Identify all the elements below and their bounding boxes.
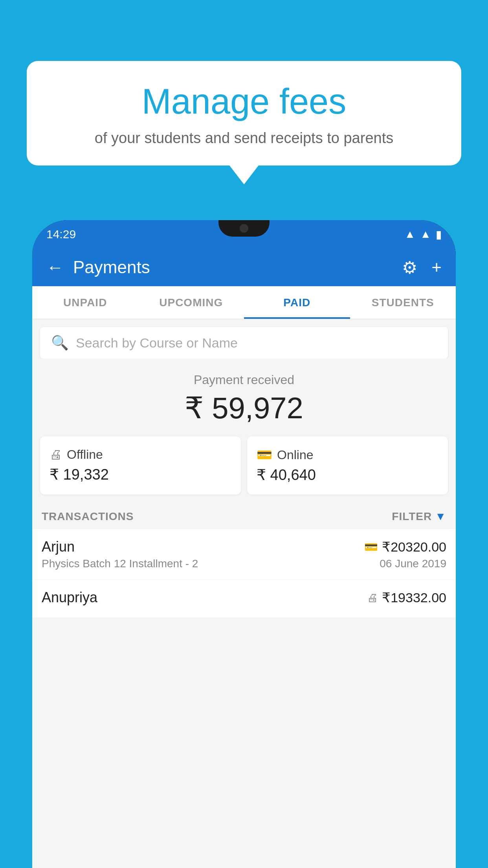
online-label: Online <box>277 448 314 462</box>
tab-students[interactable]: STUDENTS <box>350 286 456 319</box>
online-payment-icon: 💳 <box>364 541 378 554</box>
trans-amount-row-2: 🖨 ₹19332.00 <box>367 590 446 605</box>
offline-payment-icon: 🖨 <box>367 591 378 604</box>
transactions-header: TRANSACTIONS FILTER ▼ <box>32 504 456 529</box>
search-placeholder: Search by Course or Name <box>76 335 238 351</box>
page-title: Payments <box>73 257 388 277</box>
trans-amount-2: ₹19332.00 <box>382 590 446 605</box>
tabs-bar: UNPAID UPCOMING PAID STUDENTS <box>32 286 456 319</box>
online-card: 💳 Online ₹ 40,640 <box>247 436 448 495</box>
camera-notch <box>240 224 248 233</box>
filter-button[interactable]: FILTER ▼ <box>392 510 446 523</box>
bubble-subtitle: of your students and send receipts to pa… <box>50 130 438 147</box>
status-icons: ▲ ▲ ▮ <box>405 228 442 241</box>
bubble-title: Manage fees <box>50 81 438 122</box>
filter-icon: ▼ <box>435 510 446 523</box>
offline-amount: ₹ 19,332 <box>50 466 231 483</box>
transaction-row[interactable]: Arjun 💳 ₹20320.00 Physics Batch 12 Insta… <box>32 529 456 580</box>
app-header: ← Payments ⚙ + <box>32 248 456 286</box>
trans-course: Physics Batch 12 Installment - 2 <box>42 557 198 570</box>
transaction-row[interactable]: Anupriya 🖨 ₹19332.00 <box>32 580 456 618</box>
payment-received-label: Payment received <box>32 373 456 387</box>
trans-name-2: Anupriya <box>42 589 97 606</box>
add-icon[interactable]: + <box>431 257 442 277</box>
transactions-label: TRANSACTIONS <box>42 510 134 523</box>
status-bar: 14:29 ▲ ▲ ▮ <box>32 220 456 248</box>
signal-icon: ▲ <box>420 228 431 241</box>
trans-name: Arjun <box>42 539 75 555</box>
phone-screen: 🔍 Search by Course or Name Payment recei… <box>32 319 456 868</box>
search-bar[interactable]: 🔍 Search by Course or Name <box>40 327 448 359</box>
back-button[interactable]: ← <box>46 257 64 277</box>
online-amount: ₹ 40,640 <box>257 466 438 484</box>
payment-received-amount: ₹ 59,972 <box>32 390 456 425</box>
payment-received-section: Payment received ₹ 59,972 <box>32 359 456 436</box>
offline-card: 🖨 Offline ₹ 19,332 <box>40 436 241 495</box>
battery-icon: ▮ <box>436 228 442 241</box>
tab-paid[interactable]: PAID <box>244 286 350 319</box>
online-card-icon: 💳 <box>257 447 272 462</box>
settings-icon[interactable]: ⚙ <box>402 257 417 278</box>
speech-bubble: Manage fees of your students and send re… <box>27 61 461 166</box>
wifi-icon: ▲ <box>405 228 416 241</box>
trans-amount: ₹20320.00 <box>382 539 446 555</box>
trans-amount-row: 💳 ₹20320.00 <box>364 539 446 555</box>
offline-label: Offline <box>67 447 103 462</box>
filter-label: FILTER <box>392 510 432 523</box>
tab-unpaid[interactable]: UNPAID <box>32 286 138 319</box>
phone-frame: 14:29 ▲ ▲ ▮ ← Payments ⚙ + UNPAID UPCOMI… <box>32 220 456 868</box>
trans-date: 06 June 2019 <box>380 557 446 570</box>
offline-card-icon: 🖨 <box>50 447 62 462</box>
status-time: 14:29 <box>46 228 76 241</box>
phone-notch <box>218 220 270 237</box>
payment-cards: 🖨 Offline ₹ 19,332 💳 Online ₹ 40,640 <box>32 436 456 504</box>
tab-upcoming[interactable]: UPCOMING <box>138 286 244 319</box>
search-icon: 🔍 <box>51 335 69 351</box>
